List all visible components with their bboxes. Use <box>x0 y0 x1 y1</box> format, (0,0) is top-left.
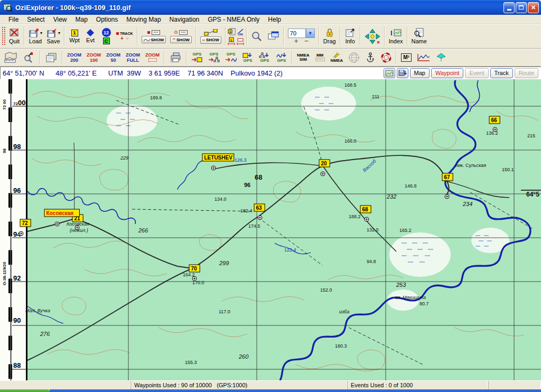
map-label: 152.0 <box>320 287 332 293</box>
title-bar[interactable]: OziExplorer - 100k--q39-109_110.gif ✕ <box>0 0 541 15</box>
zoom-out-button[interactable]: − <box>304 39 309 44</box>
waypoint-label: 67 <box>444 174 451 180</box>
save-dropdown-arrow[interactable]: ▾ <box>58 31 60 35</box>
show-waypoint-names-button[interactable]: ▪▪SHOW <box>198 29 223 44</box>
restore-button[interactable] <box>516 2 527 13</box>
close-button[interactable]: ✕ <box>528 2 539 13</box>
taskbar-strip[interactable] <box>50 389 541 392</box>
map-label: 188.2 <box>349 214 361 219</box>
map-label: 299 <box>219 260 229 266</box>
drag-map-button[interactable]: Drag <box>321 27 338 45</box>
projection-button[interactable] <box>346 50 362 66</box>
points-display-icon <box>179 30 188 35</box>
map-3d-button[interactable] <box>433 50 449 66</box>
zoom-window-button[interactable]: ZOOM <box>143 50 162 66</box>
map-canvas[interactable]: 720098969492908872 0098О-38-119/20 168.5… <box>0 79 541 380</box>
moving-map-button[interactable]: MM <box>312 50 328 66</box>
index-button[interactable]: I Index <box>387 27 405 45</box>
grid-label-88: 88 <box>13 361 21 369</box>
anchor-icon <box>366 52 375 63</box>
waypoint-to-gps-icon <box>242 52 254 59</box>
quit-button[interactable]: Quit <box>6 27 22 45</box>
map-scale-button[interactable] <box>1 50 20 66</box>
event-mode-button[interactable]: Evt <box>82 29 98 44</box>
status-panel-end <box>489 381 541 389</box>
line-tool-button[interactable]: LINE <box>237 28 245 36</box>
nmea-simulator-button[interactable]: NMEASIM <box>294 50 312 66</box>
toolbar-secondary: ZOOM200ZOOM100ZOOM50ZOOMFULLZOOM GPS GPS… <box>0 49 541 67</box>
waypoint-mode-button[interactable]: 1 Wpt <box>67 29 82 44</box>
menu-moving-map[interactable]: Moving Map <box>122 15 165 24</box>
blank-map-button[interactable] <box>42 50 60 66</box>
zoom-in-button[interactable]: + <box>294 39 299 44</box>
gps-get-waypoints-button[interactable]: GPS <box>189 50 206 66</box>
load-dropdown-arrow[interactable]: ▾ <box>40 31 42 35</box>
menu-gps-nmea-only[interactable]: GPS - NMEA Only <box>203 15 264 24</box>
menu-select[interactable]: Select <box>23 15 49 24</box>
waypoint-number-toggle[interactable]: 12 C <box>98 27 114 45</box>
menu-help[interactable]: Help <box>264 15 285 24</box>
magnify-button[interactable] <box>249 30 265 43</box>
comment-icon: C <box>103 38 110 44</box>
anchor-alarm-button[interactable] <box>362 50 378 66</box>
zoom-200-button[interactable]: ZOOM200 <box>64 50 84 66</box>
map-label: 146.8 <box>405 183 417 189</box>
oziexplorer-window: OziExplorer - 100k--q39-109_110.gif ✕ Fi… <box>0 0 541 392</box>
map-margin: 720098969492908872 0098О-38-119/20 <box>0 79 27 380</box>
line-distance-button[interactable] <box>237 37 245 45</box>
elevation-profile-button[interactable] <box>414 50 433 66</box>
menu-navigation[interactable]: Navigation <box>165 15 204 24</box>
map-label: 126.3 <box>235 157 247 163</box>
waypoint-label: 72 <box>22 220 29 226</box>
save-position-button[interactable] <box>397 68 408 78</box>
waypoint-link-icon <box>204 29 218 36</box>
print-button[interactable] <box>166 50 184 66</box>
map-shift-pad[interactable] <box>362 28 383 45</box>
gps-get-route-button[interactable]: GPS <box>206 50 222 66</box>
nmea-monitor-button[interactable]: NMEA <box>328 50 346 66</box>
map-label: 170.0 <box>192 280 204 285</box>
info-button[interactable]: Info <box>342 27 358 45</box>
load-button[interactable]: ▾ Load <box>26 27 44 45</box>
event-mode-button[interactable]: Event <box>465 68 488 78</box>
minimize-button[interactable] <box>503 2 515 13</box>
gps-send-route-button[interactable]: GPS <box>256 50 273 66</box>
gps-send-track-button[interactable]: GPS <box>273 50 290 66</box>
menu-file[interactable]: File <box>4 15 23 24</box>
map-label: 260 <box>238 353 249 360</box>
map-label: 117.0 <box>219 309 230 314</box>
margin-rotated-label: О-38-119/20 <box>2 262 7 285</box>
name-search-button[interactable]: Name <box>409 27 429 45</box>
track-icon <box>116 32 119 35</box>
waypoint-list-button[interactable]: 1 <box>228 28 236 36</box>
area-measure-button[interactable]: M² <box>398 50 414 66</box>
show-track-button[interactable]: SHOW <box>139 29 169 44</box>
gps-send-waypoints-button[interactable]: GPS <box>239 50 256 66</box>
zoom-50-button[interactable]: ZOOM50 <box>104 50 123 66</box>
find-position-button[interactable] <box>20 50 38 66</box>
waypoint-mode-button[interactable]: Waypoint <box>431 68 463 78</box>
map-mode-button[interactable]: Map <box>410 68 430 78</box>
map-label: 189.8 <box>150 95 162 100</box>
show-track-points-button[interactable]: °°SHOW <box>168 29 194 44</box>
coordbar-mode-buttons: MapWaypointEventTrackRoute <box>410 68 538 78</box>
waypoint-distance-button[interactable]: 1 <box>228 37 236 45</box>
route-mode-button[interactable]: Route <box>515 68 538 78</box>
zoom-100-button[interactable]: ZOOM100 <box>84 50 104 66</box>
menu-view[interactable]: View <box>49 15 71 24</box>
save-button[interactable]: ▾ Save <box>44 27 62 45</box>
zoom-full-button[interactable]: ZOOMFULL <box>123 50 143 66</box>
menu-map[interactable]: Map <box>71 15 92 24</box>
screen-capture-button[interactable] <box>384 68 395 78</box>
gps-get-track-button[interactable]: GPS <box>222 50 239 66</box>
track-control-button[interactable]: TRACK +○ <box>114 31 135 41</box>
toolbar-drag-handle[interactable] <box>2 26 6 46</box>
waypoint-label: Косовская <box>46 210 74 216</box>
menu-options[interactable]: Options <box>92 15 122 24</box>
mob-button[interactable] <box>378 50 394 66</box>
start-button[interactable] <box>0 389 50 392</box>
toolbar-main: Quit ▾ Load ▾ Save 1 Wpt Evt 12 <box>0 24 541 49</box>
track-mode-button[interactable]: Track <box>490 68 513 78</box>
map-windows-button[interactable] <box>265 30 282 43</box>
map-label: 134.0 <box>214 197 227 202</box>
